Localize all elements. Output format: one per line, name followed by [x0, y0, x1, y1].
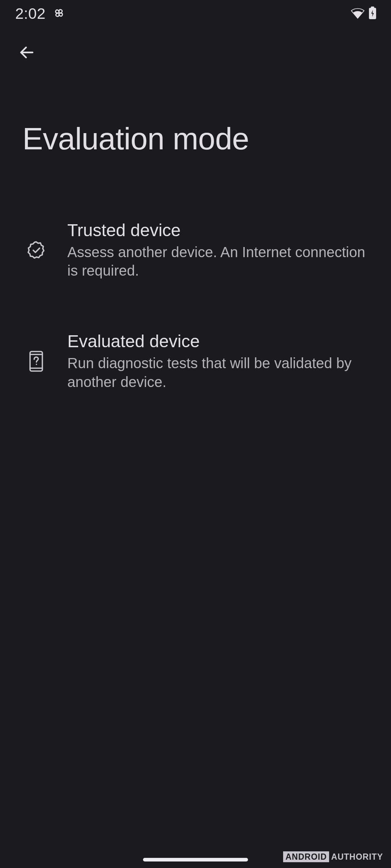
- wifi-icon: [350, 7, 365, 20]
- status-left: 2:02: [15, 5, 66, 22]
- pinwheel-icon: [52, 6, 66, 21]
- watermark-brand-b: AUTHORITY: [331, 852, 383, 862]
- option-text: Trusted device Assess another device. An…: [67, 220, 369, 280]
- option-evaluated-device[interactable]: Evaluated device Run diagnostic tests th…: [0, 322, 391, 400]
- watermark-brand-a: ANDROID: [283, 851, 329, 862]
- option-description: Run diagnostic tests that will be valida…: [67, 354, 369, 391]
- arrow-left-icon: [18, 44, 35, 61]
- verified-badge-icon: [25, 239, 47, 261]
- status-right: [350, 7, 377, 21]
- status-bar: 2:02: [0, 0, 391, 27]
- svg-rect-1: [371, 7, 374, 8]
- svg-point-5: [36, 364, 37, 365]
- battery-charging-icon: [369, 7, 377, 21]
- navigation-handle[interactable]: [143, 858, 248, 861]
- device-unknown-icon: [25, 350, 47, 372]
- watermark: ANDROID AUTHORITY: [283, 851, 383, 862]
- option-description: Assess another device. An Internet conne…: [67, 243, 369, 280]
- option-title: Evaluated device: [67, 331, 369, 351]
- option-text: Evaluated device Run diagnostic tests th…: [67, 331, 369, 391]
- option-title: Trusted device: [67, 220, 369, 240]
- page-title: Evaluation mode: [0, 78, 391, 171]
- back-button[interactable]: [12, 38, 41, 67]
- option-trusted-device[interactable]: Trusted device Assess another device. An…: [0, 211, 391, 289]
- status-time: 2:02: [15, 5, 46, 22]
- options-list: Trusted device Assess another device. An…: [0, 171, 391, 401]
- app-bar: [0, 27, 391, 78]
